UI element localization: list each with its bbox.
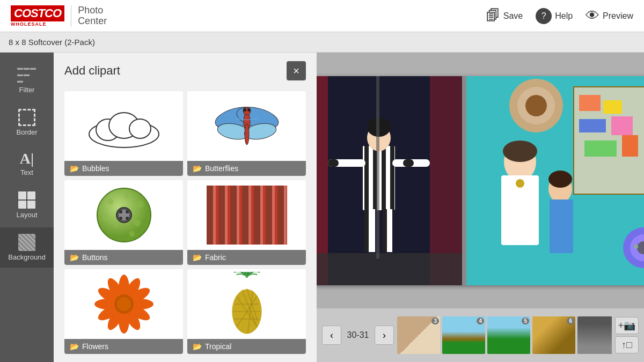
svg-rect-82	[403, 159, 414, 167]
clipart-category-buttons[interactable]: 📂 Buttons	[64, 180, 183, 265]
svg-rect-78	[383, 209, 387, 252]
export-button[interactable]: ↑□	[615, 336, 639, 353]
preview-icon: 👁	[586, 8, 599, 24]
sidebar-label-border: Border	[16, 128, 37, 136]
cloud-svg	[81, 102, 167, 150]
book-spread	[317, 76, 644, 285]
help-icon: ?	[536, 8, 552, 24]
add-photo-controls: +📷 ↑□	[615, 317, 639, 353]
svg-rect-92	[584, 141, 617, 157]
button-svg	[94, 186, 153, 245]
svg-point-9	[245, 123, 249, 145]
svg-point-15	[124, 194, 129, 199]
svg-rect-35	[213, 186, 216, 245]
buttons-label: 📂 Buttons	[64, 250, 183, 265]
svg-rect-40	[272, 186, 275, 245]
svg-rect-90	[579, 119, 606, 132]
thumbnail-3[interactable]: 3	[397, 316, 440, 354]
svg-point-23	[119, 210, 122, 213]
svg-point-12	[247, 108, 251, 112]
svg-rect-39	[260, 186, 263, 245]
svg-rect-33	[266, 186, 272, 245]
fabric-preview	[187, 180, 306, 250]
buttons-preview	[64, 180, 183, 250]
svg-point-55	[117, 297, 131, 311]
svg-rect-34	[277, 186, 284, 245]
fabric-svg	[207, 186, 287, 245]
save-button[interactable]: 🗐 Save	[486, 8, 523, 24]
thumb-badge-3: 3	[431, 317, 439, 324]
svg-rect-32	[254, 186, 260, 245]
svg-point-102	[548, 171, 572, 188]
svg-rect-28	[207, 186, 213, 245]
book-page-left	[317, 76, 462, 285]
sidebar-item-filter[interactable]: ▬▬▬▬▬▬ Filter	[0, 58, 54, 100]
svg-rect-38	[248, 186, 251, 245]
tropical-preview	[187, 269, 306, 339]
clipart-category-fabric[interactable]: 📂 Fabric	[187, 180, 306, 265]
canvas-area: ‹ 30-31 › 3 4 5 6	[317, 53, 644, 362]
svg-rect-84	[376, 76, 379, 258]
svg-rect-89	[603, 100, 622, 114]
svg-point-18	[113, 223, 119, 228]
svg-point-16	[136, 201, 144, 208]
next-page-button[interactable]: ›	[375, 326, 394, 345]
svg-point-25	[119, 217, 122, 220]
layout-icon	[18, 191, 35, 209]
clipart-category-butterflies[interactable]: 📂 Butterflies	[187, 91, 306, 176]
svg-rect-81	[328, 159, 339, 167]
sidebar-label-text: Text	[20, 168, 33, 176]
svg-point-20	[129, 231, 135, 237]
text-icon: A|	[20, 151, 34, 166]
border-icon	[18, 109, 35, 126]
book-page-right	[466, 76, 644, 285]
flowers-label: 📂 Flowers	[64, 339, 183, 354]
filter-icon: ▬▬▬▬▬▬	[17, 64, 36, 84]
clipart-category-tropical[interactable]: 📂 Tropical	[187, 269, 306, 354]
svg-rect-93	[622, 135, 638, 157]
thumbnail-5[interactable]: 5	[487, 316, 530, 354]
sidebar-item-layout[interactable]: Layout	[0, 185, 54, 225]
thumbnail-7[interactable]: 7	[577, 316, 612, 354]
circus-photo	[317, 76, 462, 285]
close-button[interactable]: ×	[287, 61, 306, 80]
header-actions: 🗐 Save ? Help 👁 Preview	[486, 8, 633, 24]
clipart-header: Add clipart ×	[54, 53, 317, 89]
add-photo-button[interactable]: +📷	[615, 317, 639, 334]
svg-rect-30	[230, 186, 237, 245]
sidebar-item-border[interactable]: Border	[0, 102, 54, 143]
clipart-grid: 📂 Bubbles	[54, 89, 317, 362]
svg-rect-101	[550, 200, 573, 253]
clipart-title: Add clipart	[64, 64, 120, 78]
thumb-badge-6: 6	[567, 317, 574, 324]
sidebar-label-background: Background	[8, 253, 45, 261]
logo-divider	[71, 5, 71, 27]
help-button[interactable]: ? Help	[536, 8, 573, 24]
page-spine	[462, 76, 466, 285]
svg-rect-69	[364, 146, 369, 210]
clipart-category-bubbles[interactable]: 📂 Bubbles	[64, 91, 183, 176]
pineapple-svg	[220, 272, 274, 336]
fabric-label: 📂 Fabric	[187, 250, 306, 265]
svg-rect-83	[317, 253, 462, 285]
thumbnail-strip: 3 4 5 6 7	[397, 316, 612, 354]
flowers-preview	[64, 269, 183, 339]
sidebar-label-layout: Layout	[16, 211, 37, 219]
svg-point-96	[525, 95, 547, 116]
thumbnail-6[interactable]: 6	[532, 316, 575, 354]
photo-center-text: Photo Center	[78, 5, 107, 27]
sidebar-item-text[interactable]: A| Text	[0, 145, 54, 183]
svg-point-14	[107, 198, 114, 205]
svg-point-26	[126, 217, 129, 220]
thumb-badge-4: 4	[477, 317, 484, 324]
svg-rect-36	[225, 186, 228, 245]
clipart-category-flowers[interactable]: 📂 Flowers	[64, 269, 183, 354]
svg-rect-31	[242, 186, 248, 245]
costco-text: COSTCO WHOLESALE	[11, 5, 64, 27]
sidebar-item-background[interactable]: Background	[0, 227, 54, 268]
thumbnail-4[interactable]: 4	[442, 316, 485, 354]
folder-icon-bubbles: 📂	[70, 164, 79, 173]
svg-point-106	[634, 245, 638, 249]
prev-page-button[interactable]: ‹	[322, 326, 341, 345]
preview-button[interactable]: 👁 Preview	[586, 8, 633, 24]
